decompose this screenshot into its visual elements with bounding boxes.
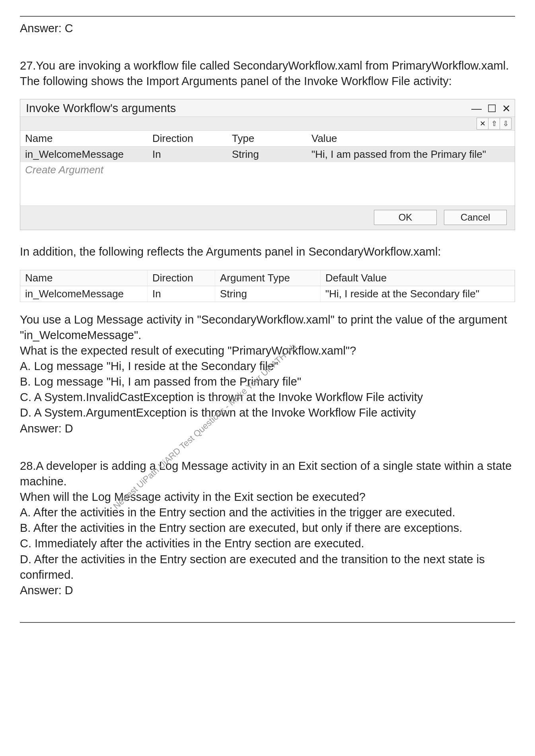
q28-option-d: D. After the activities in the Entry sec… — [20, 552, 515, 583]
prev-answer: Answer: C — [20, 21, 515, 36]
cancel-button[interactable]: Cancel — [444, 210, 507, 225]
ok-button[interactable]: OK — [374, 210, 437, 225]
q28-option-b: B. After the activities in the Entry sec… — [20, 520, 515, 536]
sg-col-name: Name — [20, 270, 148, 286]
q28-intro: 28.A developer is adding a Log Message a… — [20, 458, 515, 489]
invoke-args-dialog: Invoke Workflow's arguments — ☐ ✕ ✕ ⇧ ⇩ … — [20, 99, 515, 230]
sg-name-cell[interactable]: in_WelcomeMessage — [20, 286, 148, 302]
top-rule — [20, 16, 515, 17]
dialog-title-bar: Invoke Workflow's arguments — ☐ ✕ — [20, 99, 515, 116]
maximize-button[interactable]: ☐ — [487, 103, 496, 114]
dialog-title: Invoke Workflow's arguments — [26, 102, 466, 115]
move-up-button[interactable]: ⇧ — [488, 118, 500, 130]
col-direction: Direction — [148, 131, 227, 147]
arg-name-cell[interactable]: in_WelcomeMessage — [20, 147, 148, 162]
q28-question: When will the Log Message activity in th… — [20, 489, 515, 505]
q27-intro-2: The following shows the Import Arguments… — [20, 74, 515, 89]
sg-default-cell[interactable]: "Hi, I reside at the Secondary file" — [321, 286, 515, 302]
col-name: Name — [20, 131, 148, 147]
q27-option-c: C. A System.InvalidCastException is thro… — [20, 390, 515, 405]
sg-argtype-cell[interactable]: String — [215, 286, 321, 302]
q28-option-c: C. Immediately after the activities in t… — [20, 536, 515, 551]
q27-post-2: What is the expected result of executing… — [20, 343, 515, 359]
close-button[interactable]: ✕ — [502, 103, 511, 114]
arg-type-cell[interactable]: String — [227, 147, 307, 162]
arg-direction-cell[interactable]: In — [148, 147, 227, 162]
q27-post-1: You use a Log Message activity in "Secon… — [20, 312, 515, 343]
move-down-button[interactable]: ⇩ — [500, 118, 512, 130]
q27-answer: Answer: D — [20, 421, 515, 436]
secondary-args-panel: Name Direction Argument Type Default Val… — [20, 270, 515, 302]
q27-option-b: B. Log message "Hi, I am passed from the… — [20, 374, 515, 390]
q27-mid: In addition, the following reflects the … — [20, 244, 515, 260]
minimize-button[interactable]: — — [471, 103, 482, 114]
arguments-table: Name Direction Type Value in_WelcomeMess… — [20, 131, 515, 205]
table-empty-space — [20, 178, 515, 205]
q28-answer: Answer: D — [20, 583, 515, 598]
bottom-rule — [20, 622, 515, 623]
q27-option-d: D. A System.ArgumentException is thrown … — [20, 405, 515, 421]
dialog-toolbar: ✕ ⇧ ⇩ — [20, 116, 515, 131]
col-type: Type — [227, 131, 307, 147]
col-value: Value — [307, 131, 515, 147]
q27-intro-1: 27.You are invoking a workflow file call… — [20, 58, 515, 74]
sg-col-default: Default Value — [321, 270, 515, 286]
sg-direction-cell[interactable]: In — [148, 286, 215, 302]
sg-col-argtype: Argument Type — [215, 270, 321, 286]
delete-arg-button[interactable]: ✕ — [477, 118, 488, 130]
arg-value-cell[interactable]: "Hi, I am passed from the Primary file" — [307, 147, 515, 162]
dialog-button-row: OK Cancel — [20, 205, 515, 230]
create-argument-row[interactable]: Create Argument — [20, 162, 515, 178]
sg-col-direction: Direction — [148, 270, 215, 286]
q27-option-a: A. Log message "Hi, I reside at the Seco… — [20, 359, 515, 374]
q28-option-a: A. After the activities in the Entry sec… — [20, 505, 515, 520]
